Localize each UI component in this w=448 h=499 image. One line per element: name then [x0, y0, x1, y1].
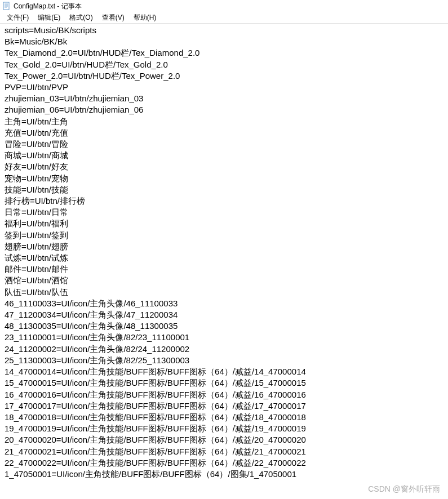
window-title: ConfigMap.txt - 记事本: [14, 2, 82, 11]
text-line: 15_47000015=UI/icon/主角技能/BUFF图标/BUFF图标（6…: [5, 377, 443, 389]
text-line: PVP=UI/btn/PVP: [5, 82, 443, 93]
text-line: 20_47000020=UI/icon/主角技能/BUFF图标/BUFF图标（6…: [5, 434, 443, 445]
watermark: CSDN @窗外听轩雨: [368, 484, 440, 494]
text-line: 冒险=UI/btn/冒险: [5, 139, 443, 150]
text-line: Tex_Power_2.0=UI/btn/HUD栏/Tex_Power_2.0: [5, 70, 443, 82]
menu-view[interactable]: 查看(V): [97, 12, 129, 24]
text-line: 48_11300035=UI/icon/主角头像/48_11300035: [5, 320, 443, 332]
menu-format[interactable]: 格式(O): [65, 12, 97, 24]
text-line: 酒馆=UI/btn/酒馆: [5, 275, 443, 286]
notepad-icon: [2, 2, 11, 11]
text-line: 日常=UI/btn/日常: [5, 207, 443, 218]
text-line: 队伍=UI/btn/队伍: [5, 287, 443, 298]
text-line: 19_47000019=UI/icon/主角技能/BUFF图标/BUFF图标（6…: [5, 423, 443, 434]
text-line: 46_11100033=UI/icon/主角头像/46_11100033: [5, 298, 443, 309]
text-line: zhujiemian_06=UI/btn/zhujiemian_06: [5, 104, 443, 115]
menu-help[interactable]: 帮助(H): [129, 12, 161, 24]
text-line: Tex_Gold_2.0=UI/btn/HUD栏/Tex_Gold_2.0: [5, 59, 443, 70]
text-line: 宠物=UI/btn/宠物: [5, 173, 443, 184]
text-line: 25_11300003=UI/icon/主角头像/82/25_11300003: [5, 355, 443, 366]
text-line: 18_47000018=UI/icon/主角技能/BUFF图标/BUFF图标（6…: [5, 412, 443, 423]
text-line: 16_47000016=UI/icon/主角技能/BUFF图标/BUFF图标（6…: [5, 389, 443, 400]
menu-edit[interactable]: 编辑(E): [33, 12, 65, 24]
text-line: 技能=UI/btn/技能: [5, 184, 443, 195]
text-line: 好友=UI/btn/好友: [5, 161, 443, 172]
menubar: 文件(F) 编辑(E) 格式(O) 查看(V) 帮助(H): [0, 12, 448, 24]
text-line: 福利=UI/btn/福利: [5, 218, 443, 229]
svg-rect-0: [3, 2, 9, 10]
text-line: 47_11200034=UI/icon/主角头像/47_11200034: [5, 309, 443, 320]
titlebar: ConfigMap.txt - 记事本: [0, 0, 448, 12]
text-line: 商城=UI/btn/商城: [5, 150, 443, 161]
text-line: 14_47000014=UI/icon/主角技能/BUFF图标/BUFF图标（6…: [5, 366, 443, 377]
text-content[interactable]: scripts=Music/BK/scriptsBk=Music/BK/BkTe…: [0, 24, 448, 481]
text-line: 24_11200002=UI/icon/主角头像/82/24_11200002: [5, 344, 443, 355]
text-line: 17_47000017=UI/icon/主角技能/BUFF图标/BUFF图标（6…: [5, 400, 443, 412]
text-line: scripts=Music/BK/scripts: [5, 25, 443, 36]
text-line: 21_47000021=UI/icon/主角技能/BUFF图标/BUFF图标（6…: [5, 446, 443, 457]
text-line: 23_11100001=UI/icon/主角头像/82/23_11100001: [5, 332, 443, 343]
text-line: 充值=UI/btn/充值: [5, 127, 443, 139]
text-line: Bk=Music/BK/Bk: [5, 36, 443, 47]
text-line: 1_47050001=UI/icon/主角技能/BUFF图标/BUFF图标（64…: [5, 469, 443, 480]
text-line: 22_47000022=UI/icon/主角技能/BUFF图标/BUFF图标（6…: [5, 457, 443, 469]
text-line: 试炼=UI/btn/试炼: [5, 252, 443, 264]
text-line: Tex_Diamond_2.0=UI/btn/HUD栏/Tex_Diamond_…: [5, 47, 443, 59]
text-line: 邮件=UI/btn/邮件: [5, 264, 443, 275]
text-line: 翅膀=UI/btn/翅膀: [5, 241, 443, 252]
text-line: 签到=UI/btn/签到: [5, 230, 443, 241]
text-line: 排行榜=UI/btn/排行榜: [5, 195, 443, 207]
text-line: zhujiemian_03=UI/btn/zhujiemian_03: [5, 93, 443, 104]
text-line: 主角=UI/btn/主角: [5, 116, 443, 127]
menu-file[interactable]: 文件(F): [2, 12, 33, 24]
